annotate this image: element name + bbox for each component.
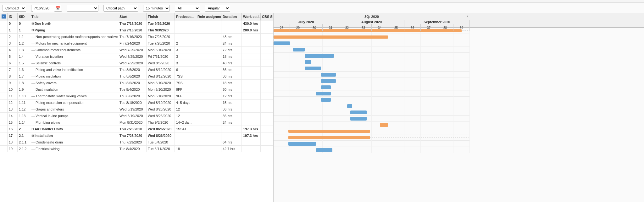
gantt-bar[interactable] [288, 130, 370, 133]
row-id: 17 [8, 132, 18, 139]
table-row[interactable]: 3 1.2 — Motors for mechanical equipment … [0, 40, 273, 47]
row-pred: 3 [175, 47, 196, 53]
row-check [0, 139, 8, 145]
gantt-bar[interactable] [305, 54, 334, 58]
table-row[interactable]: 18 2.1.1 — Condensate drain Thu 7/23/202… [0, 139, 273, 146]
gantt-bar[interactable] [321, 73, 336, 77]
row-sid: 1.5 [18, 60, 30, 66]
gantt-bar[interactable] [350, 111, 367, 114]
gantt-cell [355, 122, 372, 128]
table-row[interactable]: 6 1.5 — Seismic controls Wed 7/29/2020 W… [0, 60, 273, 67]
gantt-bar[interactable] [347, 104, 352, 108]
gantt-bar[interactable] [380, 123, 388, 127]
gantt-bar[interactable] [305, 67, 321, 70]
gantt-bar[interactable] [305, 60, 311, 64]
gantt-cell [453, 59, 470, 65]
table-row[interactable]: 15 1.14 — Plumbing piping Mon 8/31/2020 … [0, 119, 273, 126]
gantt-bar[interactable] [321, 85, 331, 89]
row-start: Thu 7/23/2020 [118, 139, 147, 145]
row-pred [175, 27, 196, 33]
gantt-cell [421, 40, 437, 46]
gantt-cell [388, 147, 404, 153]
gantt-bar[interactable] [274, 41, 290, 45]
table-row[interactable]: 19 2.1.2 — Electrical wiring Tue 8/4/202… [0, 146, 273, 152]
expand-icon[interactable]: ⊟ [31, 22, 34, 25]
gantt-cell [355, 40, 372, 46]
table-row[interactable]: 4 1.3 — Common motor requirements Wed 7/… [0, 47, 273, 53]
table-row[interactable]: 14 1.13 — Vertical in-line pumps Wed 8/1… [0, 113, 273, 119]
gantt-cell [306, 116, 323, 122]
row-work [242, 119, 261, 126]
gantt-cell [274, 78, 290, 84]
expand-icon[interactable]: ⊟ [31, 127, 34, 131]
table-row[interactable]: 9 1.8 — Safety covers Thu 8/6/2020 Mon 8… [0, 80, 273, 86]
gantt-cell [421, 46, 437, 53]
table-row[interactable]: 1 1 ⊟ Piping Thu 7/16/2020 Thu 9/3/2020 … [0, 27, 273, 34]
row-cbs [261, 126, 273, 132]
gantt-bar[interactable] [288, 136, 370, 139]
gantt-cell [274, 65, 290, 72]
gantt-bar[interactable] [288, 142, 316, 146]
gantt-bar[interactable] [293, 48, 304, 51]
gantt-panel[interactable]: 3Q: 2020 4 July 2020August 2020September… [274, 13, 644, 202]
table-row[interactable]: 2 1.1 — Non-penetrating portable rooftop… [0, 34, 273, 40]
gantt-cell [421, 97, 437, 103]
gantt-cell [421, 141, 437, 147]
gantt-bar[interactable] [321, 79, 336, 83]
gantt-bar[interactable] [316, 92, 331, 95]
baseline-id-select[interactable] [67, 5, 98, 12]
row-pred: 3 [175, 60, 196, 66]
gantt-cell [404, 84, 421, 90]
gantt-week-header: 37 [421, 24, 437, 31]
table-row[interactable]: 17 2.1 ⊟ Installation Thu 7/23/2020 Wed … [0, 132, 273, 139]
gantt-cell [437, 59, 453, 65]
gantt-cell [437, 116, 453, 122]
table-row[interactable]: 13 1.12 — Gages and meters Wed 8/19/2020… [0, 106, 273, 113]
start-input[interactable] [33, 5, 55, 12]
gantt-bar[interactable] [316, 148, 332, 152]
gantt-bar[interactable] [321, 98, 331, 102]
row-start: Tue 8/4/2020 [118, 86, 147, 93]
gantt-display-select[interactable]: Critical pathAll tasks [103, 5, 138, 12]
gantt-week-header: 34 [372, 24, 388, 31]
table-row[interactable]: 12 1.11 — Piping expansion compensation … [0, 100, 273, 106]
header-checkbox[interactable]: ✓ [2, 14, 6, 19]
table-row[interactable]: 5 1.4 — Vibration isolation Wed 7/29/202… [0, 53, 273, 60]
gantt-bar[interactable] [274, 35, 388, 39]
expand-icon[interactable]: ⊟ [31, 29, 34, 32]
gantt-cell [274, 134, 290, 141]
gantt-cell [323, 59, 339, 65]
gantt-cell [388, 53, 404, 59]
gantt-cell [339, 46, 355, 53]
row-id: 19 [8, 146, 18, 152]
gantt-row [274, 116, 470, 122]
gantt-cell [404, 65, 421, 72]
row-start: Mon 8/31/2020 [118, 119, 147, 126]
gantt-cell [339, 141, 355, 147]
gantt-cell [388, 40, 404, 46]
table-row[interactable]: 16 2 ⊟ Air Handler Units Thu 7/23/2020 W… [0, 126, 273, 132]
row-cbs [261, 132, 273, 139]
table-row[interactable]: 0 0 ⊟ Due North Thu 7/16/2020 Tue 9/29/2… [0, 20, 273, 27]
row-check [0, 100, 8, 106]
link-view-select[interactable]: AngularStraightCurved [205, 5, 230, 12]
gantt-bar[interactable] [350, 117, 367, 121]
row-pred: 7SS [175, 73, 196, 79]
row-work [242, 80, 261, 86]
gantt-cell [355, 78, 372, 84]
gantt-cell [339, 72, 355, 78]
view-id-select[interactable]: CompactStandardDetailed [3, 5, 26, 12]
calendar-icon[interactable]: 📅 [56, 6, 60, 10]
table-row[interactable]: 8 1.7 — Piping insulation Thu 8/6/2020 W… [0, 73, 273, 80]
table-row[interactable]: 10 1.9 — Duct insulation Tue 8/4/2020 Mo… [0, 86, 273, 93]
row-role [196, 119, 221, 126]
expand-icon[interactable]: ⊟ [31, 134, 34, 137]
move-select[interactable]: 15 minutes30 minutes1 hour [143, 5, 170, 12]
baseline-id-group [67, 4, 98, 12]
table-row[interactable]: 11 1.10 — Thermostatic water mixing valv… [0, 93, 273, 100]
row-finish: Thu 7/23/2020 [147, 34, 175, 40]
expand-to-select[interactable]: AllLevel 1Level 2 [175, 5, 200, 12]
table-row[interactable]: 7 1.6 — Piping and valve indentification… [0, 67, 273, 73]
row-role [196, 53, 221, 60]
row-finish: Mon 8/10/2020 [147, 47, 175, 53]
